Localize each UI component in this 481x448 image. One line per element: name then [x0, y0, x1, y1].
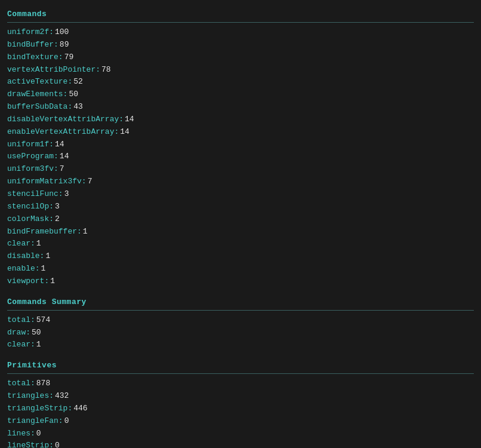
data-row: stencilFunc: 3	[7, 188, 474, 201]
row-value: 0	[55, 440, 60, 448]
row-value: 1	[36, 238, 41, 250]
row-value: 50	[32, 327, 41, 339]
data-row: stencilOp: 3	[7, 201, 474, 213]
row-key: enableVertexAttribArray:	[7, 127, 119, 138]
row-key: bindFramebuffer:	[7, 226, 82, 238]
row-value: 3	[64, 189, 69, 200]
row-key: activeTexture:	[7, 76, 72, 88]
data-row: uniformMatrix3fv: 7	[7, 176, 474, 188]
data-row: bindBuffer: 89	[7, 39, 474, 51]
data-row: clear: 1	[7, 339, 474, 351]
row-value: 1	[45, 251, 50, 262]
row-key: triangleFan:	[7, 416, 63, 427]
data-row: clear: 1	[7, 238, 474, 250]
row-key: stencilFunc:	[7, 189, 63, 200]
row-key: stencilOp:	[7, 201, 54, 213]
row-value: 14	[125, 114, 134, 125]
data-row: lineStrip: 0	[7, 440, 474, 448]
row-key: bindBuffer:	[7, 39, 58, 51]
row-value: 7	[88, 176, 92, 188]
data-row: total: 574	[7, 314, 474, 327]
data-row: draw: 50	[7, 327, 474, 339]
row-key: draw:	[7, 327, 30, 339]
data-row: bindFramebuffer: 1	[7, 226, 474, 238]
row-key: uniform1f:	[7, 139, 54, 151]
row-key: vertexAttribPointer:	[7, 65, 100, 76]
divider-commands	[7, 22, 474, 23]
data-row: disableVertexAttribArray: 14	[7, 113, 474, 126]
row-value: 574	[36, 315, 50, 326]
row-value: 2	[55, 214, 60, 225]
data-row: uniform1f: 14	[7, 139, 474, 151]
row-value: 52	[73, 76, 83, 88]
data-row: enableVertexAttribArray: 14	[7, 126, 474, 139]
data-row: lines: 0	[7, 428, 474, 440]
row-key: bindTexture:	[7, 52, 63, 63]
row-key: uniform2f:	[7, 27, 54, 38]
data-row: uniform2f: 100	[7, 26, 474, 39]
row-value: 432	[55, 391, 69, 402]
row-value: 43	[73, 102, 83, 113]
data-row: bufferSubData: 43	[7, 101, 474, 113]
section-header-primitives: Primitives	[7, 356, 474, 372]
row-key: enable:	[7, 263, 40, 275]
row-value: 50	[69, 89, 78, 100]
row-value: 1	[41, 263, 46, 275]
row-value: 14	[60, 151, 69, 162]
divider-commands-summary	[7, 310, 474, 311]
row-key: lineStrip:	[7, 440, 54, 448]
row-key: lines:	[7, 428, 35, 440]
row-key: useProgram:	[7, 151, 58, 162]
row-key: triangleStrip:	[7, 403, 72, 415]
row-value: 446	[73, 403, 87, 415]
row-key: uniformMatrix3fv:	[7, 176, 87, 188]
data-row: triangleStrip: 446	[7, 403, 474, 415]
data-row: activeTexture: 52	[7, 76, 474, 88]
row-key: disable:	[7, 251, 44, 262]
row-value: 7	[60, 164, 64, 175]
row-value: 1	[83, 226, 88, 238]
data-row: viewport: 1	[7, 275, 474, 288]
row-value: 89	[60, 39, 69, 51]
data-row: vertexAttribPointer: 78	[7, 64, 474, 76]
row-value: 878	[36, 378, 50, 389]
row-key: disableVertexAttribArray:	[7, 114, 124, 125]
row-value: 79	[64, 52, 74, 63]
row-value: 14	[120, 127, 130, 138]
data-row: triangleFan: 0	[7, 415, 474, 428]
row-value: 1	[36, 339, 41, 351]
row-key: total:	[7, 378, 35, 389]
row-key: colorMask:	[7, 214, 54, 225]
main-panel: Commandsuniform2f: 100bindBuffer: 89bind…	[0, 0, 481, 448]
section-header-commands: Commands	[7, 5, 474, 21]
row-key: clear:	[7, 339, 35, 351]
row-key: drawElements:	[7, 89, 67, 100]
row-key: bufferSubData:	[7, 102, 72, 113]
row-value: 0	[36, 428, 41, 440]
row-key: viewport:	[7, 276, 49, 287]
data-row: bindTexture: 79	[7, 51, 474, 64]
data-row: disable: 1	[7, 250, 474, 263]
section-header-commands-summary: Commands Summary	[7, 293, 474, 309]
row-key: uniform3fv:	[7, 164, 58, 175]
data-row: total: 878	[7, 378, 474, 390]
row-key: clear:	[7, 238, 35, 250]
row-value: 1	[50, 276, 55, 287]
row-value: 14	[55, 139, 64, 151]
data-row: colorMask: 2	[7, 213, 474, 226]
row-value: 100	[55, 27, 69, 38]
data-row: drawElements: 50	[7, 88, 474, 101]
row-value: 78	[101, 65, 111, 76]
divider-primitives	[7, 373, 474, 374]
data-row: useProgram: 14	[7, 151, 474, 163]
data-row: uniform3fv: 7	[7, 163, 474, 176]
row-value: 3	[55, 201, 60, 213]
row-value: 0	[64, 416, 69, 427]
data-row: enable: 1	[7, 263, 474, 275]
data-row: triangles: 432	[7, 390, 474, 403]
row-key: total:	[7, 315, 35, 326]
row-key: triangles:	[7, 391, 54, 402]
